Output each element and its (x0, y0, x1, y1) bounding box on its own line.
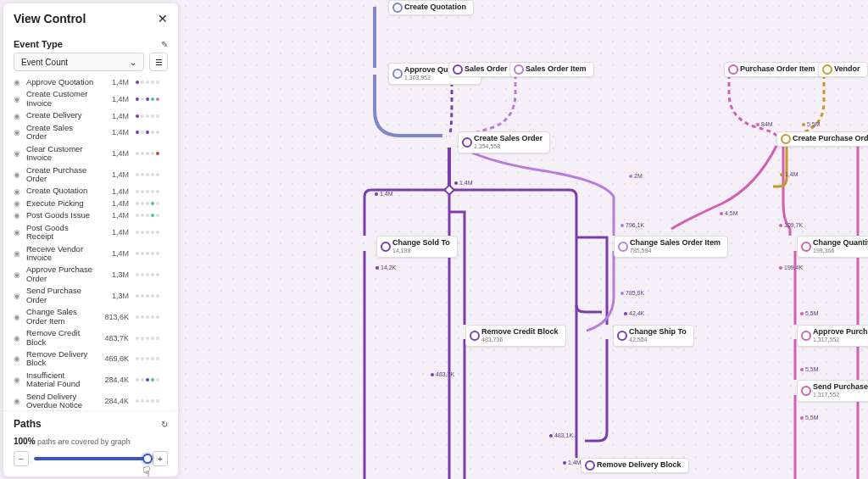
paths-slider[interactable]: ☟ (34, 457, 147, 460)
event-color-dots (136, 152, 168, 155)
visibility-icon[interactable]: ◉ (14, 354, 20, 363)
process-node-purchase-order-item[interactable]: Purchase Order Item (724, 62, 823, 77)
event-name: Execute Picking (26, 199, 95, 208)
process-node-change-quantity[interactable]: Change Quantity199,366 (797, 236, 868, 258)
event-row[interactable]: ◉Remove Delivery Block469,6K (8, 348, 173, 370)
visibility-icon[interactable]: ◉ (14, 228, 20, 237)
process-node-approve-purchase-order[interactable]: Approve Purchase Or1,317,552 (797, 325, 868, 347)
event-color-dots (136, 131, 168, 134)
event-name: Create Quotation (26, 187, 95, 195)
event-color-dots (136, 202, 168, 205)
visibility-icon[interactable]: ◉ (14, 128, 20, 136)
process-node-remove-delivery-block[interactable]: Remove Delivery Block (581, 458, 689, 473)
event-row[interactable]: ◉Send Purchase Order1,3M (8, 285, 173, 306)
event-name: Post Goods Issue (26, 211, 95, 220)
node-label: Change Quantity (813, 238, 868, 247)
visibility-icon[interactable]: ◉ (14, 112, 20, 120)
event-row[interactable]: ◉Create Quotation1,4M (8, 185, 173, 197)
process-node-vendor[interactable]: Vendor (818, 62, 868, 77)
visibility-icon[interactable]: ◉ (14, 397, 20, 405)
visibility-icon[interactable]: ◉ (14, 292, 20, 300)
event-name: Clear Customer Invoice (26, 145, 95, 163)
event-row[interactable]: ◉Post Goods Receipt1,4M (8, 222, 173, 243)
event-row[interactable]: ◉Create Purchase Order1,4M (8, 164, 173, 186)
node-sublabel: 42,504 (629, 337, 687, 343)
event-count: 1,4M (98, 112, 129, 120)
event-color-dots (136, 81, 168, 84)
visibility-icon[interactable]: ◉ (14, 95, 20, 103)
edit-icon[interactable]: ✎ (161, 40, 168, 49)
process-node-sales-order-item[interactable]: Sales Order Item (509, 62, 594, 77)
slider-plus-button[interactable]: + (153, 451, 168, 466)
event-row[interactable]: ◉Remove Credit Block483,7K (8, 327, 173, 348)
node-label: Create Sales Order (474, 134, 542, 142)
process-node-create-sales-order[interactable]: Create Sales Order1,354,558 (458, 131, 550, 153)
process-node-send-purchase-order[interactable]: Send Purchase Order1,317,552 (797, 380, 868, 402)
visibility-icon[interactable]: ◉ (14, 149, 20, 158)
event-row[interactable]: ◉Create Delivery1,4M (8, 109, 173, 121)
edge-label: 5,5M (800, 415, 819, 421)
node-sublabel: 483,736 (481, 337, 559, 343)
event-type-label: Event Type (14, 39, 63, 49)
event-row[interactable]: ◉Insufficient Material Found284,4K (8, 370, 173, 391)
edge-label: 483,7K (431, 371, 454, 377)
edge-label: 5,5M (800, 366, 819, 372)
visibility-icon[interactable]: ◉ (14, 334, 20, 343)
edge-label: 5,5M (802, 121, 821, 127)
visibility-icon[interactable]: ◉ (14, 211, 20, 220)
edge-label: 2M (629, 173, 643, 179)
event-name: Remove Delivery Block (26, 350, 95, 368)
event-row[interactable]: ◉Receive Vendor Invoice1,4M (8, 243, 173, 265)
event-row[interactable]: ◉Create Customer Invoice1,4M (8, 88, 173, 109)
list-options-button[interactable]: ☰ (149, 53, 168, 71)
visibility-icon[interactable]: ◉ (14, 249, 20, 258)
visibility-icon[interactable]: ◉ (14, 376, 20, 384)
refresh-icon[interactable]: ↻ (161, 420, 168, 429)
event-row[interactable]: ◉Send Delivery Overdue Notice284,4K (8, 391, 173, 410)
event-row[interactable]: ◉Post Goods Issue1,4M (8, 209, 173, 221)
process-node-create-purchase-order[interactable]: Create Purchase Order (776, 131, 868, 147)
panel-title: View Control (14, 12, 86, 25)
event-count: 1,3M (98, 292, 129, 300)
node-sublabel: 1,317,552 (813, 337, 868, 343)
process-node-change-sales-order-item[interactable]: Change Sales Order Item785,594 (614, 236, 728, 258)
process-node-sales-order[interactable]: Sales Order (448, 62, 515, 77)
event-count: 284,4K (98, 376, 129, 384)
visibility-icon[interactable]: ◉ (14, 313, 20, 321)
node-label: Create Quotation (404, 3, 466, 11)
event-color-dots (136, 252, 168, 255)
event-row[interactable]: ◉Approve Purchase Order1,3M (8, 264, 173, 285)
node-label: Change Sold To (392, 238, 450, 247)
process-node-create-quotation[interactable]: Create Quotation (388, 0, 474, 15)
event-count: 483,7K (98, 334, 129, 343)
event-row[interactable]: ◉Change Sales Order Item813,6K (8, 306, 173, 327)
event-row[interactable]: ◉Approve Quotation1,4M (8, 76, 173, 88)
event-count: 1,4M (98, 170, 129, 179)
event-row[interactable]: ◉Clear Customer Invoice1,4M (8, 143, 173, 164)
slider-minus-button[interactable]: − (14, 451, 29, 466)
event-row[interactable]: ◉Create Sales Order1,4M (8, 122, 173, 143)
process-graph-canvas[interactable]: Create QuotationApprove Quotation1,363,9… (180, 0, 868, 479)
event-color-dots (136, 273, 168, 276)
visibility-icon[interactable]: ◉ (14, 170, 20, 179)
visibility-icon[interactable]: ◉ (14, 78, 20, 86)
paths-title: Paths (14, 418, 42, 430)
event-name: Create Purchase Order (26, 166, 95, 184)
process-node-remove-credit-block[interactable]: Remove Credit Block483,736 (465, 325, 566, 347)
visibility-icon[interactable]: ◉ (14, 270, 20, 279)
event-name: Create Sales Order (26, 124, 95, 142)
visibility-icon[interactable]: ◉ (14, 199, 20, 208)
node-label: Change Sales Order Item (630, 238, 721, 247)
process-node-change-sold-to[interactable]: Change Sold To14,198 (376, 236, 458, 258)
slider-thumb[interactable] (142, 454, 153, 464)
event-count-dropdown[interactable]: Event Count ⌄ (14, 53, 144, 71)
close-icon[interactable]: ✕ (158, 13, 168, 25)
event-name: Change Sales Order Item (26, 308, 95, 326)
event-count: 1,4M (98, 199, 129, 208)
process-node-change-ship-to[interactable]: Change Ship To42,504 (613, 325, 694, 347)
event-name: Create Customer Invoice (26, 90, 95, 108)
event-row[interactable]: ◉Execute Picking1,4M (8, 198, 173, 209)
event-color-dots (136, 378, 168, 382)
event-color-dots (136, 337, 168, 340)
visibility-icon[interactable]: ◉ (14, 187, 20, 196)
